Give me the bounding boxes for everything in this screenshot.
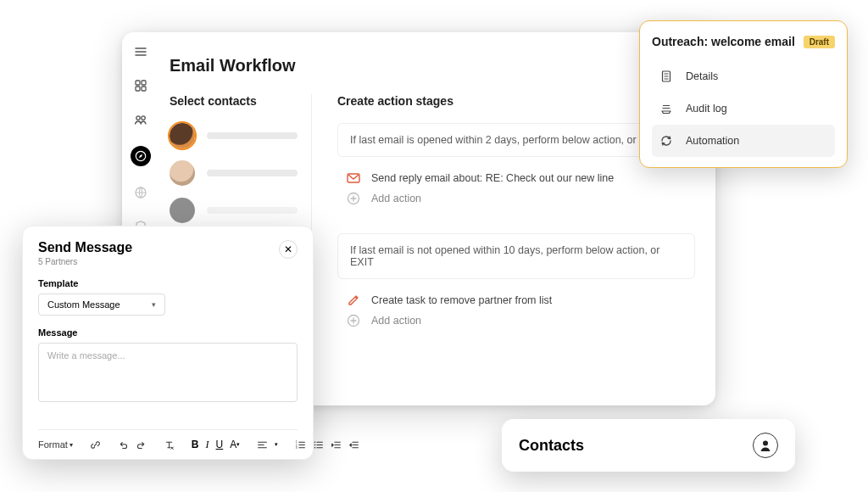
svg-text:3: 3: [296, 445, 298, 449]
rule-condition[interactable]: If last email is not opened within 10 da…: [337, 233, 695, 279]
chevron-down-icon: ▾: [152, 300, 156, 309]
add-action-label: Add action: [371, 193, 421, 204]
format-dropdown[interactable]: Format ▾: [38, 439, 73, 450]
refresh-icon: [659, 133, 674, 148]
close-icon: ✕: [284, 243, 292, 255]
mail-icon: [346, 171, 361, 186]
redo-icon[interactable]: [136, 439, 147, 450]
compass-icon[interactable]: [131, 146, 151, 166]
list-unordered-icon[interactable]: [313, 439, 324, 450]
outreach-item-automation[interactable]: Automation: [652, 125, 835, 157]
contact-row[interactable]: [170, 123, 298, 148]
action-label: Send reply email about: RE: Check out ou…: [371, 172, 614, 184]
list-ordered-icon[interactable]: 123: [295, 439, 306, 450]
outreach-item-label: Audit log: [686, 103, 727, 115]
user-icon: [753, 433, 778, 458]
link-icon[interactable]: [90, 439, 101, 450]
send-message-title: Send Message: [38, 240, 132, 255]
add-action[interactable]: Add action: [346, 313, 695, 328]
select-contacts-heading: Select contacts: [170, 94, 298, 108]
text-color-icon[interactable]: A▾: [230, 439, 240, 450]
avatar: [170, 198, 195, 223]
clear-format-icon[interactable]: [164, 439, 175, 450]
outreach-panel: Outreach: welcome email Draft Details Au…: [639, 20, 848, 168]
align-left-icon[interactable]: [257, 439, 268, 450]
bold-icon[interactable]: B: [192, 439, 199, 450]
italic-icon[interactable]: I: [206, 439, 209, 450]
undo-icon[interactable]: [118, 439, 129, 450]
dashboard-icon[interactable]: [133, 78, 148, 93]
align-dropdown-icon[interactable]: ▾: [275, 439, 278, 450]
page-title: Email Workflow: [170, 56, 715, 75]
svg-rect-2: [136, 87, 140, 91]
edit-icon: [346, 293, 361, 308]
message-placeholder: Write a message...: [47, 350, 125, 361]
stack-icon: [659, 101, 674, 116]
outreach-item-label: Details: [686, 70, 718, 82]
send-message-modal: Send Message 5 Partners ✕ Template Custo…: [22, 226, 314, 460]
plus-circle-icon: [346, 191, 361, 206]
action-send-email[interactable]: Send reply email about: RE: Check out ou…: [346, 171, 695, 186]
contact-name-placeholder: [207, 132, 298, 139]
menu-icon[interactable]: [133, 44, 148, 59]
outdent-icon[interactable]: [331, 439, 342, 450]
message-label: Message: [38, 327, 298, 338]
action-label: Create task to remove partner from list: [371, 294, 552, 306]
svg-point-15: [314, 441, 316, 443]
contact-row[interactable]: [170, 198, 298, 223]
svg-rect-3: [142, 87, 146, 91]
svg-point-18: [763, 441, 768, 446]
contact-row[interactable]: [170, 160, 298, 186]
document-icon: [659, 69, 674, 84]
contact-name-placeholder: [207, 207, 298, 214]
template-value: Custom Message: [47, 299, 120, 310]
outreach-item-audit-log[interactable]: Audit log: [652, 92, 835, 125]
template-select[interactable]: Custom Message ▾: [38, 294, 165, 316]
svg-point-16: [314, 444, 316, 445]
template-label: Template: [38, 278, 298, 288]
indent-icon[interactable]: [348, 439, 359, 450]
outreach-item-details[interactable]: Details: [652, 60, 835, 92]
users-icon[interactable]: [133, 112, 148, 127]
avatar: [170, 123, 195, 148]
outreach-title: Outreach: welcome email: [652, 35, 795, 48]
message-input[interactable]: Write a message...: [38, 343, 298, 402]
svg-rect-0: [136, 81, 140, 85]
svg-point-17: [314, 446, 316, 448]
close-button[interactable]: ✕: [279, 240, 298, 259]
draft-badge: Draft: [804, 36, 835, 48]
plus-circle-icon: [346, 313, 361, 328]
outreach-item-label: Automation: [686, 135, 739, 147]
add-action[interactable]: Add action: [346, 191, 695, 206]
send-message-subtitle: 5 Partners: [38, 257, 132, 266]
contacts-title: Contacts: [519, 437, 584, 455]
avatar: [170, 160, 195, 186]
add-action-label: Add action: [371, 315, 421, 327]
underline-icon[interactable]: U: [216, 439, 224, 450]
chevron-down-icon: ▾: [70, 441, 73, 449]
editor-toolbar: Format ▾ B I U A▾ ▾ 123: [38, 429, 298, 450]
svg-point-4: [136, 116, 140, 120]
contacts-chip[interactable]: Contacts: [502, 419, 795, 472]
globe-icon[interactable]: [133, 185, 148, 200]
svg-point-5: [142, 116, 145, 120]
action-create-task[interactable]: Create task to remove partner from list: [346, 293, 695, 308]
svg-rect-1: [142, 81, 146, 85]
contact-name-placeholder: [207, 170, 298, 176]
